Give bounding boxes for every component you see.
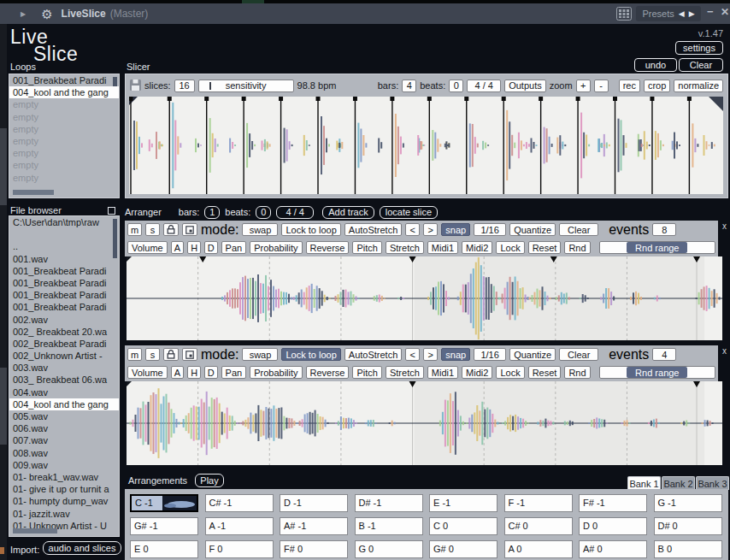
autostretch-button[interactable]: AutoStretch: [344, 348, 402, 361]
rec-button[interactable]: rec: [619, 80, 640, 92]
mute-button[interactable]: m: [127, 223, 142, 236]
arrangement-cell[interactable]: G 0: [355, 540, 423, 558]
midi1-button[interactable]: Midi1: [427, 366, 458, 379]
files-hscroll-thumb[interactable]: [13, 528, 57, 533]
hold-button[interactable]: H: [187, 366, 201, 379]
grid-value[interactable]: 1/16: [474, 223, 506, 236]
presets-prev-icon[interactable]: ◀: [679, 9, 685, 18]
arrangement-cell[interactable]: C# 0: [504, 517, 573, 535]
grid-icon[interactable]: [616, 7, 632, 23]
track-1-close-icon[interactable]: x: [722, 221, 727, 231]
collapse-arrow-icon[interactable]: ▶: [21, 10, 26, 18]
attack-button[interactable]: A: [171, 366, 185, 379]
minimize-button[interactable]: −: [707, 5, 714, 18]
float-window-icon[interactable]: [182, 348, 197, 361]
next-slice-button[interactable]: >: [423, 223, 438, 236]
next-slice-button[interactable]: >: [423, 348, 438, 361]
arrangement-cell[interactable]: C# -1: [205, 494, 274, 512]
prev-slice-button[interactable]: <: [405, 348, 420, 361]
title-bar[interactable]: ▶ ⚙ LiveSlice (Master) Presets ◀ ▶ − ✕: [0, 3, 730, 24]
hold-button[interactable]: H: [187, 241, 201, 254]
mode-swap-button[interactable]: swap: [242, 223, 278, 236]
solo-button[interactable]: s: [145, 223, 160, 236]
autostretch-button[interactable]: AutoStretch: [344, 223, 402, 236]
arranger-beats-value[interactable]: 0: [256, 206, 271, 219]
file-item[interactable]: 008.wav: [9, 447, 119, 459]
arrangement-cell[interactable]: C -1: [130, 494, 198, 512]
arrangement-cell[interactable]: D -1: [280, 494, 348, 512]
loop-item[interactable]: 004_kool and the gang: [9, 86, 119, 98]
file-item[interactable]: 004.wav: [9, 386, 119, 398]
file-item[interactable]: 002.wav: [9, 314, 119, 326]
events-value[interactable]: 8: [652, 223, 676, 236]
clear-button[interactable]: Clear: [679, 58, 723, 72]
reset-button[interactable]: Reset: [528, 366, 562, 379]
slicer-waveform[interactable]: [129, 97, 723, 194]
arrangement-cell[interactable]: A -1: [205, 517, 274, 535]
undo-button[interactable]: undo: [634, 58, 677, 72]
file-item[interactable]: 01- jazzit.wav: [9, 508, 119, 520]
volume-button[interactable]: Volume: [127, 241, 168, 254]
file-item[interactable]: 003_ Breakbeat 06.wa: [9, 374, 119, 386]
pan-button[interactable]: Pan: [221, 366, 247, 379]
reverse-button[interactable]: Reverse: [306, 366, 350, 379]
probability-button[interactable]: Probability: [250, 241, 302, 254]
add-track-button[interactable]: Add track: [322, 206, 374, 219]
bank-tab-2[interactable]: Bank 2: [662, 476, 695, 490]
file-item[interactable]: 007.wav: [9, 434, 119, 446]
file-item[interactable]: 002_Unknown Artist -: [9, 350, 119, 362]
loop-item[interactable]: empty: [9, 159, 119, 171]
file-item[interactable]: 001_Breakbeat Paradi: [9, 277, 119, 289]
play-button[interactable]: Play: [195, 474, 224, 487]
arranger-bars-value[interactable]: 1: [204, 206, 220, 219]
arrangement-cell[interactable]: E 0: [130, 540, 198, 558]
files-vscroll-thumb[interactable]: [113, 219, 117, 258]
file-item[interactable]: 002_Breakbeat Paradi: [9, 338, 119, 350]
reverse-button[interactable]: Reverse: [306, 241, 350, 254]
arrangement-cell[interactable]: G# 0: [429, 540, 497, 558]
pitch-button[interactable]: Pitch: [352, 241, 381, 254]
loop-item[interactable]: empty: [9, 147, 119, 159]
lock-icon[interactable]: [163, 348, 179, 361]
file-item[interactable]: 003.wav: [9, 362, 119, 374]
outputs-button[interactable]: Outputs: [504, 80, 546, 92]
loop-item[interactable]: empty: [9, 111, 119, 123]
rnd-button[interactable]: Rnd: [564, 241, 590, 254]
loop-item[interactable]: empty: [9, 123, 119, 135]
presets-control[interactable]: Presets ◀ ▶: [636, 6, 701, 21]
rnd-button[interactable]: Rnd: [564, 366, 590, 379]
file-item[interactable]: ..: [9, 240, 119, 252]
arrangement-cell[interactable]: A# -1: [280, 517, 348, 535]
file-item[interactable]: 001_Breakbeat Paradi: [9, 289, 119, 301]
decay-button[interactable]: D: [204, 366, 218, 379]
arrangement-cell[interactable]: F# -1: [579, 494, 647, 512]
arrangement-cell[interactable]: D# 0: [654, 517, 722, 535]
sensitivity-handle[interactable]: [209, 82, 211, 90]
arrangement-cell[interactable]: D# -1: [355, 494, 423, 512]
crop-button[interactable]: crop: [644, 80, 670, 92]
slicer-beats-value[interactable]: 0: [449, 80, 463, 92]
track-2-close-icon[interactable]: x: [722, 346, 727, 356]
rnd-range-container[interactable]: Rnd range: [599, 366, 715, 379]
prev-slice-button[interactable]: <: [405, 223, 420, 236]
import-mode-button[interactable]: audio and slices: [43, 541, 121, 555]
loop-item[interactable]: empty: [9, 135, 119, 147]
arrangement-cell[interactable]: A 0: [504, 540, 573, 558]
arrangement-cell[interactable]: E -1: [429, 494, 497, 512]
file-item[interactable]: 001_Breakbeat Paradi: [9, 265, 119, 277]
snap-button[interactable]: snap: [441, 223, 470, 236]
arrangement-cell[interactable]: B -1: [355, 517, 423, 535]
arranger-timesig-value[interactable]: 4 / 4: [276, 206, 314, 219]
file-item[interactable]: C:\User\dan\tmp\raw: [9, 216, 119, 228]
stretch-button[interactable]: Stretch: [386, 366, 424, 379]
events-value[interactable]: 4: [652, 348, 676, 361]
slicer-timesig-value[interactable]: 4 / 4: [467, 80, 501, 92]
lock-to-loop-button[interactable]: Lock to loop: [281, 223, 340, 236]
pitch-button[interactable]: Pitch: [352, 366, 381, 379]
loops-list[interactable]: 001_Breakbeat Paradi004_kool and the gan…: [9, 74, 119, 197]
rnd-range-button[interactable]: Rnd range: [627, 367, 687, 378]
loop-item[interactable]: empty: [9, 98, 119, 110]
rnd-range-container[interactable]: Rnd range: [599, 241, 715, 254]
pan-button[interactable]: Pan: [221, 241, 247, 254]
locate-slice-button[interactable]: locate slice: [380, 206, 438, 219]
